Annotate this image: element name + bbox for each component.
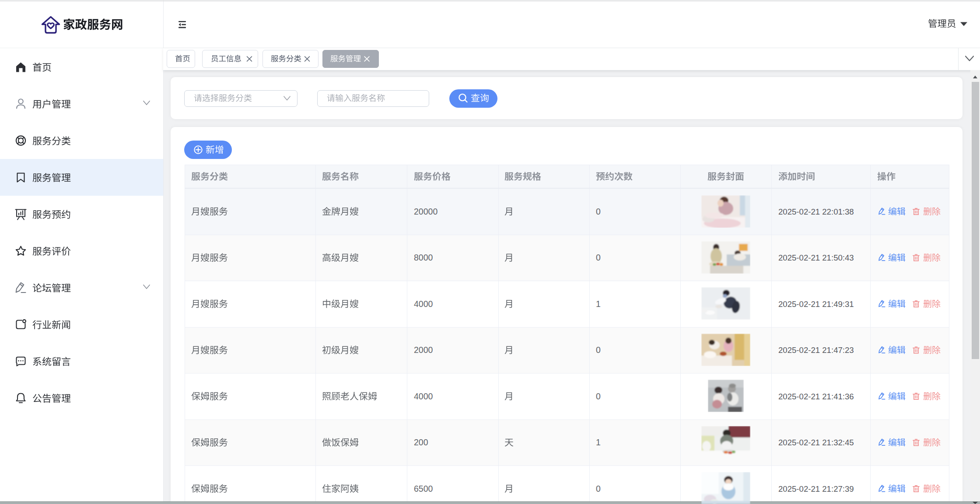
svg-text:4000: 4000: [414, 299, 433, 309]
svg-text:200: 200: [414, 437, 428, 447]
svg-text:0: 0: [596, 207, 601, 216]
svg-text:2025-02-21 21:49:31: 2025-02-21 21:49:31: [778, 300, 854, 309]
svg-text:6500: 6500: [414, 484, 433, 493]
svg-text:0: 0: [596, 391, 601, 401]
svg-text:0: 0: [596, 484, 601, 493]
svg-text:2025-02-21 22:01:38: 2025-02-21 22:01:38: [778, 207, 854, 216]
svg-text:2025-02-21 21:32:45: 2025-02-21 21:32:45: [778, 438, 854, 447]
svg-text:1: 1: [596, 299, 601, 309]
svg-text:2000: 2000: [414, 345, 433, 355]
svg-text:0: 0: [596, 253, 601, 262]
svg-text:2025-02-21 21:27:39: 2025-02-21 21:27:39: [778, 484, 854, 493]
svg-text:8000: 8000: [414, 253, 433, 262]
svg-text:2025-02-21 21:47:23: 2025-02-21 21:47:23: [778, 345, 854, 355]
svg-text:4000: 4000: [414, 391, 433, 401]
svg-text:1: 1: [596, 437, 601, 447]
svg-text:20000: 20000: [414, 207, 438, 216]
svg-text:0: 0: [596, 345, 601, 355]
svg-text:2025-02-21 21:50:43: 2025-02-21 21:50:43: [778, 253, 854, 262]
svg-text:2025-02-21 21:41:36: 2025-02-21 21:41:36: [778, 392, 854, 401]
